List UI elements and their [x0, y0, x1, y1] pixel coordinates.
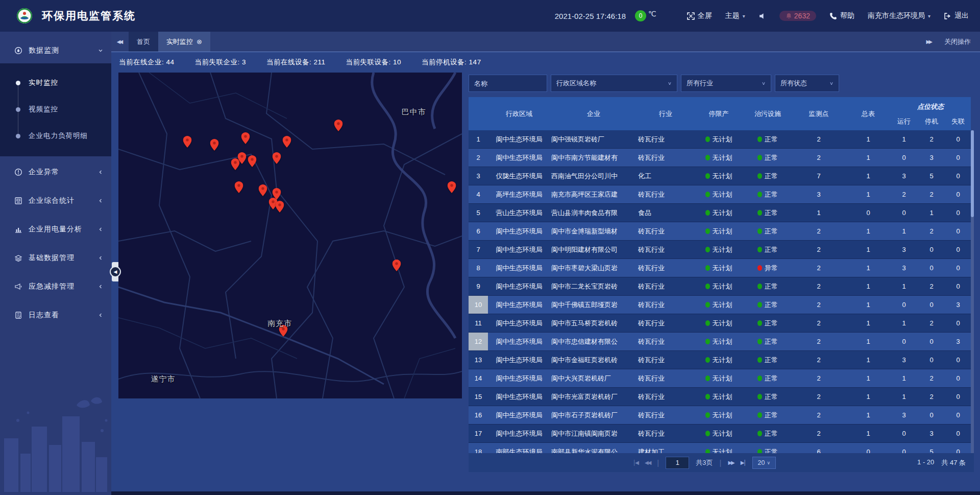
- status-dot-icon: [757, 394, 762, 399]
- industry-select[interactable]: 所有行业 ∨: [681, 75, 771, 92]
- status-dot-icon: [757, 357, 762, 363]
- cell-limit-status: 无计划: [693, 351, 744, 369]
- cell-running: 1: [890, 130, 918, 148]
- table-row[interactable]: 16 阆中生态环境局 阆中市石子页岩机砖厂 砖瓦行业 无计划 正常 2 1 3 …: [469, 406, 971, 425]
- help-button[interactable]: 帮助: [829, 11, 854, 20]
- map-pin-icon[interactable]: [248, 155, 257, 167]
- sidebar-item-4[interactable]: 基础数据管理: [0, 245, 111, 271]
- cell-district: 阆中生态环境局: [488, 369, 550, 387]
- cell-company: 阆中大兴页岩机砖厂: [550, 369, 636, 387]
- table-row[interactable]: 6 阆中生态环境局 阆中市金博瑞新型墙材 砖瓦行业 无计划 正常 2 1 1 2…: [469, 222, 971, 241]
- tabs-scroll-right-icon[interactable]: ▶▶: [926, 39, 931, 44]
- table-row[interactable]: 11 阆中生态环境局 阆中市五马桥页岩机砖 砖瓦行业 无计划 正常 2 1 1 …: [469, 314, 971, 333]
- map-pin-icon[interactable]: [334, 120, 342, 131]
- cell-stopped: 0: [918, 296, 945, 314]
- table-row[interactable]: 15 阆中生态环境局 阆中市光富页岩机砖厂 砖瓦行业 无计划 正常 2 1 1 …: [469, 388, 971, 406]
- map-pin-icon[interactable]: [282, 136, 291, 148]
- collapse-left-icon[interactable]: ◀: [110, 266, 121, 277]
- table-row[interactable]: 18 南部生态环境局 南部县新华水泥有限公 建材加工 无计划 正常 6 0 0 …: [469, 443, 971, 453]
- tabs-scroll-left-icon[interactable]: ◀◀: [111, 32, 129, 52]
- cell-company: 阆中市五马桥页岩机砖: [550, 314, 636, 332]
- table-row[interactable]: 13 阆中生态环境局 阆中市金福旺页岩机砖 砖瓦行业 无计划 正常 2 1 3 …: [469, 351, 971, 369]
- cell-disconnected: 0: [945, 443, 971, 453]
- cell-limit-status: 无计划: [693, 130, 744, 148]
- cell-company: 阆中千佛镇五郎垭页岩: [550, 296, 636, 314]
- tab-realtime-monitor[interactable]: 实时监控 ⊗: [158, 32, 210, 52]
- cell-running: 3: [890, 167, 918, 185]
- sidebar-subitem-2[interactable]: 企业电力负荷明细: [0, 123, 111, 149]
- map-pin-icon[interactable]: [234, 181, 243, 193]
- map-pin-icon[interactable]: [258, 184, 267, 196]
- map-pin-icon[interactable]: [210, 139, 219, 151]
- table-row[interactable]: 10 阆中生态环境局 阆中千佛镇五郎垭页岩 砖瓦行业 无计划 正常 2 1 0 …: [469, 296, 971, 314]
- org-menu[interactable]: 南充市生态环境局 ▾: [868, 11, 930, 20]
- status-dot-icon: [757, 247, 762, 252]
- cell-facility-status: 正常: [744, 369, 791, 387]
- sidebar-item-5[interactable]: 应急减排管理: [0, 274, 111, 299]
- scrollbar-thumb[interactable]: [971, 130, 974, 217]
- theme-button[interactable]: 主题 ▾: [725, 11, 745, 20]
- status-select[interactable]: 所有状态 ∨: [775, 75, 839, 92]
- cell-total-meter: 1: [846, 185, 890, 203]
- cell-monitor-points: 2: [791, 130, 846, 148]
- sidebar-item-0[interactable]: 数据监测: [0, 38, 111, 63]
- map-pin-icon[interactable]: [393, 260, 401, 271]
- status-dot-icon: [757, 449, 762, 453]
- table-row[interactable]: 17 阆中生态环境局 阆中市江南镇阆南页岩 砖瓦行业 无计划 正常 2 1 0 …: [469, 425, 971, 443]
- page-number-input[interactable]: 1: [666, 457, 689, 469]
- cell-industry: 砖瓦行业: [636, 425, 693, 442]
- table-row[interactable]: 8 阆中生态环境局 阆中市枣碧大梁山页岩 砖瓦行业 无计划 异常 2 1 3 0…: [469, 259, 971, 277]
- first-page-icon[interactable]: │◀: [633, 460, 638, 465]
- cell-disconnected: 0: [945, 406, 971, 424]
- cell-running: 0: [890, 425, 918, 442]
- table-row[interactable]: 5 营山生态环境局 营山县润丰肉食品有限 食品 无计划 正常 1 0 0 1 0: [469, 204, 971, 222]
- last-page-icon[interactable]: ▶│: [741, 460, 746, 465]
- name-search-input[interactable]: [469, 75, 547, 92]
- tab-home[interactable]: 首页: [129, 32, 158, 52]
- table-row[interactable]: 1 阆中生态环境局 阆中强锐页岩砖厂 砖瓦行业 无计划 正常 2 1 1 2 0: [469, 130, 971, 149]
- prev-page-icon[interactable]: ◀◀: [645, 460, 650, 465]
- table-header: 行政区域 企业 行业 停限产 治污设施 监测点 总表 点位状态 运行 停机 失联: [469, 97, 971, 130]
- alarm-counter[interactable]: 2632: [779, 11, 816, 21]
- region-select[interactable]: 行政区域名称 ∨: [551, 75, 677, 92]
- table-row[interactable]: 2 阆中生态环境局 阆中市南方节能建材有 砖瓦行业 无计划 正常 2 1 0 3…: [469, 149, 971, 167]
- map-pin-icon[interactable]: [241, 132, 250, 144]
- mute-speaker-button[interactable]: [758, 12, 766, 20]
- column-group-point-status: 点位状态 运行 停机 失联: [890, 97, 971, 130]
- map-pin-icon[interactable]: [238, 152, 247, 164]
- chevron-down-icon: ▾: [928, 13, 930, 19]
- sidebar-subitem-1[interactable]: 视频监控: [0, 96, 111, 123]
- sidebar-item-6[interactable]: 日志查看: [0, 302, 111, 328]
- logout-button[interactable]: 退出: [944, 11, 969, 20]
- cell-facility-status: 正常: [744, 406, 791, 424]
- table-row[interactable]: 12 阆中生态环境局 阆中市忠信建材有限公 砖瓦行业 无计划 正常 2 1 0 …: [469, 333, 971, 351]
- cell-monitor-points: 2: [791, 333, 846, 350]
- map-pin-icon[interactable]: [183, 136, 191, 148]
- map-pin-icon[interactable]: [276, 201, 284, 213]
- tab-close-icon[interactable]: ⊗: [197, 38, 202, 45]
- table-scrollbar[interactable]: [971, 130, 974, 453]
- column-running: 运行: [890, 112, 918, 130]
- sidebar-item-1[interactable]: 企业异常: [0, 159, 111, 185]
- table-row[interactable]: 7 阆中生态环境局 阆中明阳建材有限公司 砖瓦行业 无计划 正常 2 1 3 0…: [469, 241, 971, 259]
- map-collapse-handle[interactable]: ◀: [111, 262, 119, 282]
- table-row[interactable]: 9 阆中生态环境局 阆中市二龙长宝页岩砖 砖瓦行业 无计划 正常 2 1 1 2…: [469, 277, 971, 296]
- sidebar-item-2[interactable]: 企业综合统计: [0, 188, 111, 214]
- sidebar-item-3[interactable]: 企业用电量分析: [0, 217, 111, 242]
- map-pin-icon[interactable]: [272, 152, 281, 164]
- cell-industry: 砖瓦行业: [636, 277, 693, 295]
- table-row[interactable]: 4 高坪生态环境局 南充市高坪区王家店建 砖瓦行业 无计划 正常 3 1 2 2…: [469, 185, 971, 204]
- cell-monitor-points: 2: [791, 259, 846, 277]
- page-size-select[interactable]: 20 ∨: [752, 457, 776, 469]
- map-pin-icon[interactable]: [447, 181, 456, 193]
- table-row[interactable]: 14 阆中生态环境局 阆中大兴页岩机砖厂 砖瓦行业 无计划 正常 2 1 1 2…: [469, 369, 971, 388]
- cell-monitor-points: 2: [791, 388, 846, 406]
- next-page-icon[interactable]: ▶▶: [728, 460, 733, 465]
- close-operations-button[interactable]: 关闭操作: [944, 37, 971, 46]
- fullscreen-button[interactable]: 全屏: [687, 11, 712, 20]
- table-row[interactable]: 3 仪陇生态环境局 西南油气田分公司川中 化工 无计划 正常 7 1 3 5 0: [469, 167, 971, 185]
- sidebar-subitem-0[interactable]: 实时监控: [0, 69, 111, 96]
- cell-facility-status: 正常: [744, 277, 791, 295]
- cell-running: 1: [890, 314, 918, 332]
- map-panel[interactable]: 巴中市南充市遂宁市: [118, 73, 462, 398]
